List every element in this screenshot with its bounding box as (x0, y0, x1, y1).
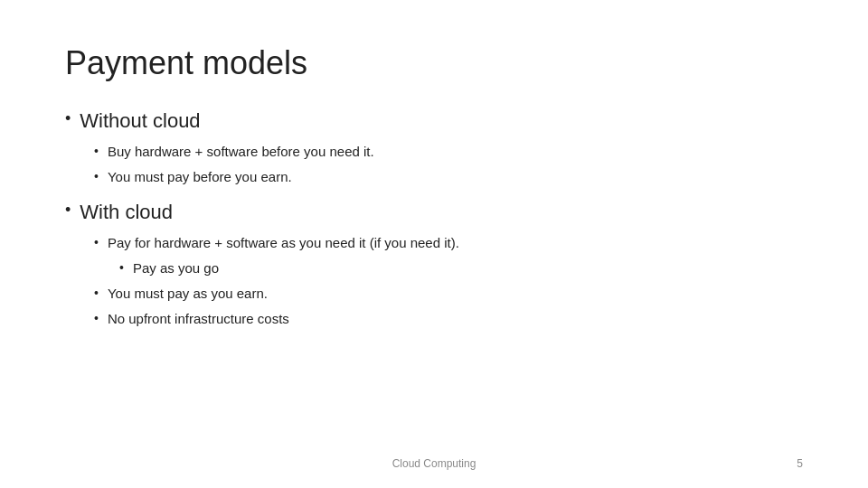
list-item: • No upfront infrastructure costs (94, 308, 803, 330)
with-cloud-item-1: Pay for hardware + software as you need … (108, 232, 459, 254)
list-item: • Pay as you go (119, 258, 803, 279)
bullet-marker: • (119, 258, 124, 277)
bullet-marker: • (94, 308, 99, 328)
slide: Payment models • Without cloud • Buy har… (0, 0, 868, 488)
section-label-without-cloud: Without cloud (80, 108, 200, 136)
bullet-marker-1: • (65, 108, 71, 130)
list-item: • With cloud (65, 199, 803, 227)
without-cloud-subitems: • Buy hardware + software before you nee… (94, 141, 803, 192)
bullet-marker-2: • (65, 199, 71, 221)
without-cloud-item-2: You must pay before you earn. (108, 166, 292, 188)
with-cloud-item-1-child: Pay as you go (133, 258, 219, 279)
with-cloud-item-3: No upfront infrastructure costs (108, 308, 289, 330)
bullet-marker: • (94, 232, 99, 252)
list-item: • You must pay as you earn. (94, 283, 803, 305)
list-item: • Without cloud (65, 108, 803, 136)
section-label-with-cloud: With cloud (80, 199, 173, 227)
bullet-marker: • (94, 283, 99, 303)
without-cloud-item-1: Buy hardware + software before you need … (108, 141, 374, 163)
list-item: • Buy hardware + software before you nee… (94, 141, 803, 163)
content-area: • Without cloud • Buy hardware + softwar… (65, 108, 803, 341)
list-item: • Pay for hardware + software as you nee… (94, 232, 803, 254)
with-cloud-subitems: • Pay for hardware + software as you nee… (94, 232, 803, 333)
slide-footer: Cloud Computing (0, 457, 868, 470)
bullet-marker: • (94, 141, 99, 161)
slide-title: Payment models (65, 43, 803, 82)
footer-label: Cloud Computing (392, 457, 476, 470)
page-number: 5 (797, 457, 803, 470)
bullet-marker: • (94, 166, 99, 186)
with-cloud-item-2: You must pay as you earn. (108, 283, 268, 305)
list-item: • You must pay before you earn. (94, 166, 803, 188)
